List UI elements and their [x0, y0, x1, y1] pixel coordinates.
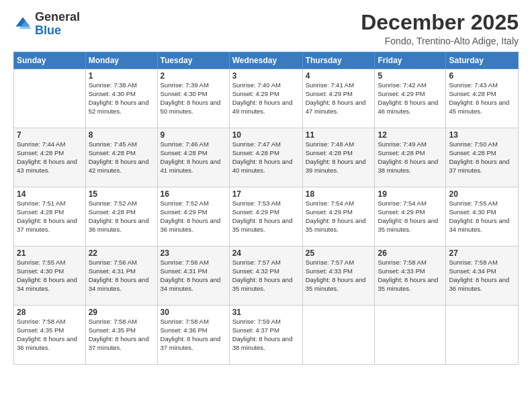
table-row [446, 306, 519, 365]
day-detail: Sunrise: 7:59 AMSunset: 4:37 PMDaylight:… [232, 318, 300, 352]
day-detail: Sunrise: 7:54 AMSunset: 4:29 PMDaylight:… [306, 199, 372, 234]
table-row: 11Sunrise: 7:48 AMSunset: 4:28 PMDayligh… [302, 128, 375, 187]
location: Fondo, Trentino-Alto Adige, Italy [361, 36, 519, 46]
day-detail: Sunrise: 7:42 AMSunset: 4:29 PMDaylight:… [378, 81, 443, 116]
col-thursday: Thursday [302, 52, 375, 69]
header: General Blue December 2025 Fondo, Trenti… [13, 11, 519, 46]
day-detail: Sunrise: 7:41 AMSunset: 4:29 PMDaylight:… [306, 81, 372, 116]
day-number: 8 [89, 130, 154, 140]
calendar-week-row: 1Sunrise: 7:38 AMSunset: 4:30 PMDaylight… [14, 69, 519, 128]
table-row: 24Sunrise: 7:57 AMSunset: 4:32 PMDayligh… [229, 246, 302, 306]
col-friday: Friday [375, 52, 446, 69]
logo-text: General Blue [35, 11, 80, 38]
day-number: 4 [306, 71, 372, 81]
day-detail: Sunrise: 7:50 AMSunset: 4:28 PMDaylight:… [449, 140, 515, 175]
day-detail: Sunrise: 7:51 AMSunset: 4:28 PMDaylight:… [17, 199, 83, 234]
day-detail: Sunrise: 7:58 AMSunset: 4:34 PMDaylight:… [449, 259, 515, 293]
day-number: 30 [161, 308, 226, 317]
day-number: 10 [232, 130, 300, 140]
day-detail: Sunrise: 7:39 AMSunset: 4:30 PMDaylight:… [161, 81, 226, 116]
day-number: 24 [232, 248, 300, 258]
day-detail: Sunrise: 7:55 AMSunset: 4:30 PMDaylight:… [17, 259, 83, 293]
day-detail: Sunrise: 7:55 AMSunset: 4:30 PMDaylight:… [449, 199, 515, 234]
calendar-week-row: 28Sunrise: 7:58 AMSunset: 4:35 PMDayligh… [14, 306, 519, 365]
day-detail: Sunrise: 7:58 AMSunset: 4:33 PMDaylight:… [378, 259, 443, 293]
day-number: 17 [232, 189, 300, 199]
table-row: 15Sunrise: 7:52 AMSunset: 4:28 PMDayligh… [85, 187, 157, 246]
day-detail: Sunrise: 7:44 AMSunset: 4:28 PMDaylight:… [17, 140, 83, 175]
day-detail: Sunrise: 7:52 AMSunset: 4:28 PMDaylight:… [89, 199, 154, 234]
day-number: 11 [306, 130, 372, 140]
table-row: 6Sunrise: 7:43 AMSunset: 4:28 PMDaylight… [446, 69, 519, 128]
day-detail: Sunrise: 7:57 AMSunset: 4:32 PMDaylight:… [232, 259, 300, 293]
day-detail: Sunrise: 7:57 AMSunset: 4:33 PMDaylight:… [306, 259, 372, 293]
day-number: 12 [378, 130, 443, 140]
table-row: 8Sunrise: 7:45 AMSunset: 4:28 PMDaylight… [85, 128, 157, 187]
day-detail: Sunrise: 7:49 AMSunset: 4:28 PMDaylight:… [378, 140, 443, 175]
day-detail: Sunrise: 7:56 AMSunset: 4:31 PMDaylight:… [89, 259, 154, 293]
col-saturday: Saturday [446, 52, 519, 69]
day-number: 31 [232, 308, 300, 317]
page: General Blue December 2025 Fondo, Trenti… [0, 0, 532, 411]
day-detail: Sunrise: 7:45 AMSunset: 4:28 PMDaylight:… [89, 140, 154, 175]
day-number: 26 [378, 248, 443, 258]
table-row: 12Sunrise: 7:49 AMSunset: 4:28 PMDayligh… [375, 128, 446, 187]
day-detail: Sunrise: 7:58 AMSunset: 4:35 PMDaylight:… [17, 318, 83, 352]
day-number: 2 [161, 71, 226, 81]
day-number: 6 [449, 71, 515, 81]
logo: General Blue [13, 11, 80, 38]
table-row: 2Sunrise: 7:39 AMSunset: 4:30 PMDaylight… [157, 69, 229, 128]
day-number: 13 [449, 130, 515, 140]
table-row: 4Sunrise: 7:41 AMSunset: 4:29 PMDaylight… [302, 69, 375, 128]
table-row: 9Sunrise: 7:46 AMSunset: 4:28 PMDaylight… [157, 128, 229, 187]
day-detail: Sunrise: 7:43 AMSunset: 4:28 PMDaylight:… [449, 81, 515, 116]
day-detail: Sunrise: 7:56 AMSunset: 4:31 PMDaylight:… [161, 259, 226, 293]
table-row: 31Sunrise: 7:59 AMSunset: 4:37 PMDayligh… [229, 306, 302, 365]
calendar-week-row: 14Sunrise: 7:51 AMSunset: 4:28 PMDayligh… [14, 187, 519, 246]
day-detail: Sunrise: 7:40 AMSunset: 4:29 PMDaylight:… [232, 81, 300, 116]
col-wednesday: Wednesday [229, 52, 302, 69]
table-row [375, 306, 446, 365]
table-row: 22Sunrise: 7:56 AMSunset: 4:31 PMDayligh… [85, 246, 157, 306]
table-row: 21Sunrise: 7:55 AMSunset: 4:30 PMDayligh… [14, 246, 86, 306]
table-row: 17Sunrise: 7:53 AMSunset: 4:29 PMDayligh… [229, 187, 302, 246]
table-row: 13Sunrise: 7:50 AMSunset: 4:28 PMDayligh… [446, 128, 519, 187]
day-number: 25 [306, 248, 372, 258]
col-tuesday: Tuesday [157, 52, 229, 69]
logo-icon [13, 15, 32, 34]
day-number: 3 [232, 71, 300, 81]
col-sunday: Sunday [14, 52, 86, 69]
day-number: 18 [306, 189, 372, 199]
day-number: 14 [17, 189, 83, 199]
day-detail: Sunrise: 7:38 AMSunset: 4:30 PMDaylight:… [89, 81, 154, 116]
table-row [302, 306, 375, 365]
table-row: 30Sunrise: 7:58 AMSunset: 4:36 PMDayligh… [157, 306, 229, 365]
table-row: 20Sunrise: 7:55 AMSunset: 4:30 PMDayligh… [446, 187, 519, 246]
day-detail: Sunrise: 7:48 AMSunset: 4:28 PMDaylight:… [306, 140, 372, 175]
table-row [14, 69, 86, 128]
day-number: 28 [17, 308, 83, 317]
day-number: 1 [89, 71, 154, 81]
calendar-header-row: Sunday Monday Tuesday Wednesday Thursday… [14, 52, 519, 69]
title-block: December 2025 Fondo, Trentino-Alto Adige… [361, 11, 519, 46]
table-row: 25Sunrise: 7:57 AMSunset: 4:33 PMDayligh… [302, 246, 375, 306]
day-number: 27 [449, 248, 515, 258]
calendar-week-row: 21Sunrise: 7:55 AMSunset: 4:30 PMDayligh… [14, 246, 519, 306]
table-row: 7Sunrise: 7:44 AMSunset: 4:28 PMDaylight… [14, 128, 86, 187]
table-row: 3Sunrise: 7:40 AMSunset: 4:29 PMDaylight… [229, 69, 302, 128]
table-row: 18Sunrise: 7:54 AMSunset: 4:29 PMDayligh… [302, 187, 375, 246]
day-detail: Sunrise: 7:54 AMSunset: 4:29 PMDaylight:… [378, 199, 443, 234]
logo-general: General [35, 10, 80, 24]
table-row: 27Sunrise: 7:58 AMSunset: 4:34 PMDayligh… [446, 246, 519, 306]
day-number: 9 [161, 130, 226, 140]
table-row: 26Sunrise: 7:58 AMSunset: 4:33 PMDayligh… [375, 246, 446, 306]
day-number: 29 [89, 308, 154, 317]
day-number: 19 [378, 189, 443, 199]
day-detail: Sunrise: 7:58 AMSunset: 4:36 PMDaylight:… [161, 318, 226, 352]
day-detail: Sunrise: 7:46 AMSunset: 4:28 PMDaylight:… [161, 140, 226, 175]
logo-blue: Blue [35, 24, 61, 37]
table-row: 14Sunrise: 7:51 AMSunset: 4:28 PMDayligh… [14, 187, 86, 246]
month-title: December 2025 [361, 11, 519, 34]
table-row: 19Sunrise: 7:54 AMSunset: 4:29 PMDayligh… [375, 187, 446, 246]
table-row: 28Sunrise: 7:58 AMSunset: 4:35 PMDayligh… [14, 306, 86, 365]
